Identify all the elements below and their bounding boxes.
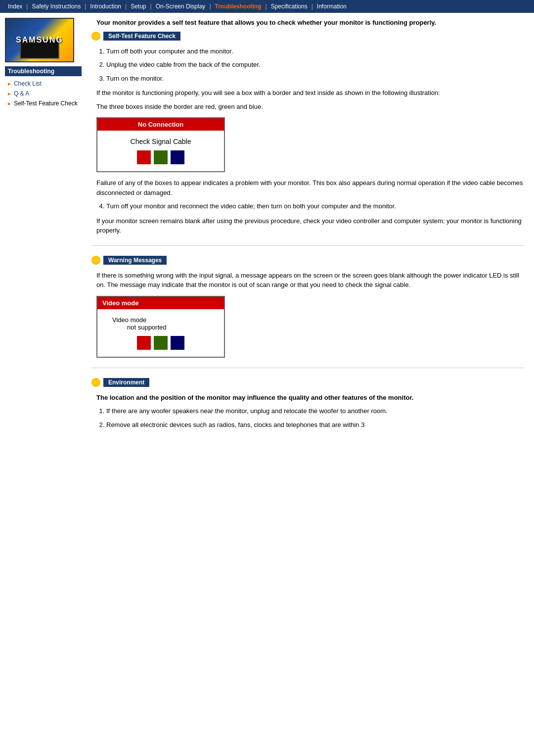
- video-mode-text: Video mode not supported: [102, 316, 219, 331]
- video-mode-box: Video mode Video mode not supported: [96, 296, 225, 358]
- sidebar-item-selftest[interactable]: ► Self-Test Feature Check: [5, 99, 82, 108]
- color-boxes: [102, 150, 219, 164]
- divider-2: [91, 368, 524, 368]
- sidebar-item-label: Self-Test Feature Check: [14, 100, 78, 107]
- no-connection-header: No Connection: [97, 118, 224, 131]
- nav-bar: Index | Safety Instructions | Introducti…: [0, 0, 534, 13]
- red-box: [137, 150, 151, 164]
- content-area: Your monitor provides a self test featur…: [87, 18, 534, 444]
- step-3: Turn on the monitor.: [106, 74, 524, 84]
- step-4: Turn off your monitor and reconnect the …: [106, 201, 524, 211]
- brand-name: SAMSUNG: [16, 36, 63, 45]
- green-box: [154, 150, 168, 164]
- environment-step-1: If there are any woofer speakers near th…: [106, 406, 524, 416]
- intro-text: Your monitor provides a self test featur…: [96, 18, 524, 28]
- step4-desc: If your monitor screen remains blank aft…: [96, 216, 524, 236]
- nav-item-specifications[interactable]: Specifications: [267, 2, 312, 11]
- video-mode-line2: not supported: [112, 324, 167, 331]
- section-icon: [91, 256, 100, 265]
- self-test-header: Self-Test Feature Check: [91, 32, 524, 41]
- video-green-box: [154, 336, 168, 350]
- arrow-icon: ►: [7, 101, 12, 106]
- step3-desc2: The three boxes inside the border are re…: [96, 102, 524, 112]
- video-mode-body: Video mode not supported: [97, 309, 224, 357]
- no-connection-body: Check Signal Cable: [97, 131, 224, 171]
- arrow-icon: ►: [7, 81, 12, 87]
- nav-item-introduction[interactable]: Introduction: [86, 2, 125, 11]
- sidebar-item-checklist[interactable]: ► Check List: [5, 79, 82, 88]
- warning-messages-badge: Warning Messages: [103, 256, 167, 265]
- step4-list: Turn off your monitor and reconnect the …: [106, 201, 524, 211]
- section-icon: [91, 32, 100, 41]
- no-connection-box: No Connection Check Signal Cable: [96, 117, 225, 172]
- warning-messages-header: Warning Messages: [91, 256, 524, 265]
- divider-1: [91, 245, 524, 246]
- section-title-badge: Self-Test Feature Check: [103, 32, 180, 41]
- blue-box: [171, 150, 184, 164]
- video-color-boxes: [102, 336, 219, 350]
- failure-text: Failure of any of the boxes to appear in…: [96, 178, 524, 197]
- self-test-steps: Turn off both your computer and the moni…: [106, 47, 524, 84]
- check-signal-text: Check Signal Cable: [102, 138, 219, 145]
- sidebar-item-label: Check List: [14, 80, 42, 87]
- video-mode-line1: Video mode: [112, 316, 146, 324]
- video-red-box: [137, 336, 151, 350]
- nav-item-setup[interactable]: Setup: [127, 2, 150, 11]
- step3-desc1: If the monitor is functioning properly, …: [96, 88, 524, 98]
- nav-item-osd[interactable]: On-Screen Display: [152, 2, 210, 11]
- sidebar-item-qa[interactable]: ► Q & A: [5, 89, 82, 98]
- sidebar: SAMSUNG Troubleshooting ► Check List ► Q…: [0, 18, 87, 444]
- step-2: Unplug the video cable from the back of …: [106, 60, 524, 70]
- environment-intro: The location and the position of the mon…: [96, 393, 524, 403]
- section-icon: [91, 378, 100, 387]
- nav-item-index[interactable]: Index: [4, 2, 26, 11]
- warning-desc: If there is something wrong with the inp…: [96, 271, 524, 290]
- environment-steps: If there are any woofer speakers near th…: [106, 406, 524, 429]
- environment-step-2: Remove all electronic devices such as ra…: [106, 420, 524, 430]
- nav-item-safety[interactable]: Safety Instructions: [28, 2, 85, 11]
- video-blue-box: [171, 336, 184, 350]
- sidebar-section-title: Troubleshooting: [5, 66, 82, 76]
- nav-item-troubleshooting[interactable]: Troubleshooting: [211, 2, 266, 11]
- video-mode-header: Video mode: [97, 297, 224, 309]
- environment-badge: Environment: [103, 378, 149, 387]
- step-1: Turn off both your computer and the moni…: [106, 47, 524, 56]
- arrow-icon: ►: [7, 91, 12, 96]
- brand-logo: SAMSUNG: [5, 18, 74, 62]
- main-layout: SAMSUNG Troubleshooting ► Check List ► Q…: [0, 13, 534, 449]
- nav-item-information[interactable]: Information: [313, 2, 351, 11]
- sidebar-item-label: Q & A: [14, 90, 29, 97]
- environment-header: Environment: [91, 378, 524, 387]
